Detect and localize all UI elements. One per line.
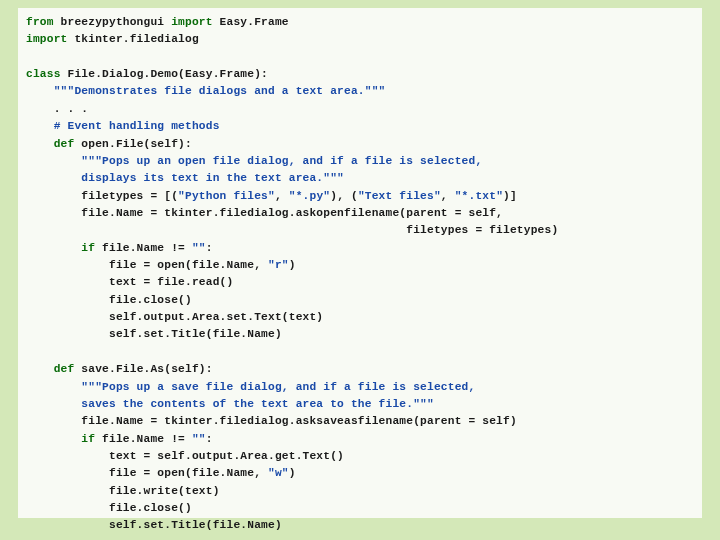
code-text: file.Name = tkinter.filedialog.askopenfi… <box>26 207 503 219</box>
string-literal: "w" <box>268 467 289 479</box>
docstring: saves the contents of the text area to t… <box>81 398 434 410</box>
code-text: save.File.As(self): <box>74 363 212 375</box>
code-text: file.Name != <box>95 242 192 254</box>
keyword-class: class <box>26 68 61 80</box>
string-literal: "" <box>192 433 206 445</box>
code-text: Easy.Frame <box>213 16 289 28</box>
code-text: filetypes = [( <box>26 190 178 202</box>
indent <box>26 398 81 410</box>
code-text: file.write(text) <box>26 485 220 497</box>
code-text: ), ( <box>330 190 358 202</box>
indent <box>26 120 54 132</box>
indent <box>26 381 81 393</box>
code-text: )] <box>503 190 517 202</box>
docstring: displays its text in the text area.""" <box>81 172 344 184</box>
code-text: file.Name != <box>95 433 192 445</box>
keyword-def: def <box>54 363 75 375</box>
code-block: from breezypythongui import Easy.Frame i… <box>18 8 702 518</box>
code-text: self.output.Area.set.Text(text) <box>26 311 323 323</box>
code-text: ) <box>289 259 296 271</box>
code-text: open.File(self): <box>74 138 192 150</box>
code-text: self.set.Title(file.Name) <box>26 328 282 340</box>
code-text: , <box>441 190 455 202</box>
indent <box>26 155 81 167</box>
indent <box>26 363 54 375</box>
comment: # Event handling methods <box>54 120 220 132</box>
string-literal: "" <box>192 242 206 254</box>
code-text: text = file.read() <box>26 276 233 288</box>
docstring: """Demonstrates file dialogs and a text … <box>54 85 386 97</box>
code-text: self.set.Title(file.Name) <box>26 519 282 531</box>
code-text: , <box>275 190 289 202</box>
keyword-from: from <box>26 16 54 28</box>
code-text: ) <box>289 467 296 479</box>
ellipsis: . . . <box>26 103 88 115</box>
indent <box>26 433 81 445</box>
string-literal: "Text files" <box>358 190 441 202</box>
keyword-if: if <box>81 242 95 254</box>
code-text: file.Name = tkinter.filedialog.asksaveas… <box>26 415 517 427</box>
keyword-def: def <box>54 138 75 150</box>
string-literal: "r" <box>268 259 289 271</box>
string-literal: "Python files" <box>178 190 275 202</box>
code-text: breezypythongui <box>54 16 172 28</box>
keyword-import: import <box>26 33 67 45</box>
code-text: filetypes = filetypes) <box>26 224 558 236</box>
docstring: """Pops up an open file dialog, and if a… <box>81 155 482 167</box>
code-text: file.close() <box>26 502 192 514</box>
string-literal: "*.py" <box>289 190 330 202</box>
code-text: : <box>206 433 213 445</box>
keyword-if: if <box>81 433 95 445</box>
indent <box>26 85 54 97</box>
keyword-import: import <box>171 16 212 28</box>
string-literal: "*.txt" <box>455 190 503 202</box>
code-text: tkinter.filedialog <box>67 33 198 45</box>
indent <box>26 138 54 150</box>
indent <box>26 172 81 184</box>
code-text: : <box>206 242 213 254</box>
code-text: text = self.output.Area.get.Text() <box>26 450 344 462</box>
docstring: """Pops up a save file dialog, and if a … <box>81 381 475 393</box>
code-text: file = open(file.Name, <box>26 467 268 479</box>
code-text: file = open(file.Name, <box>26 259 268 271</box>
code-text: File.Dialog.Demo(Easy.Frame): <box>61 68 268 80</box>
indent <box>26 242 81 254</box>
code-text: file.close() <box>26 294 192 306</box>
